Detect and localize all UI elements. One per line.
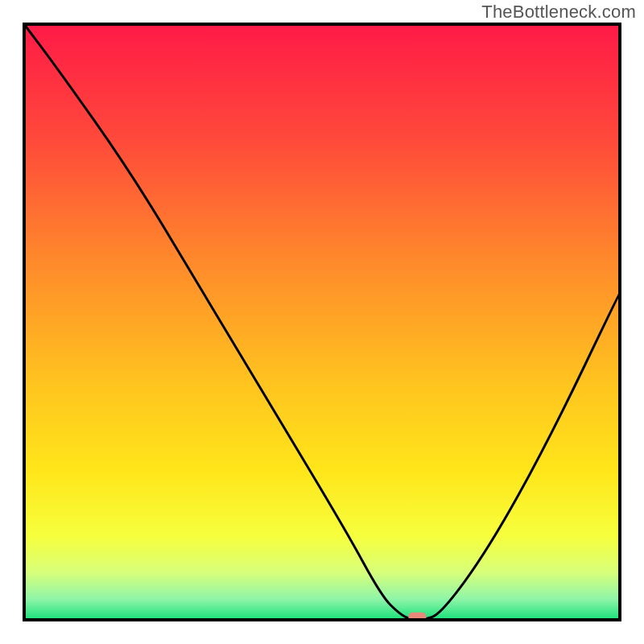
chart-svg — [0, 0, 644, 644]
watermark-text: TheBottleneck.com — [481, 2, 636, 23]
plot-background — [24, 24, 620, 620]
bottleneck-chart: TheBottleneck.com — [0, 0, 644, 644]
